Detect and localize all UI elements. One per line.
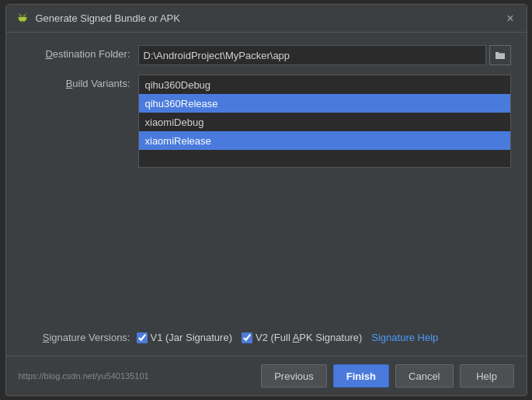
title-bar: Generate Signed Bundle or APK ×: [6, 5, 527, 33]
android-icon: [16, 12, 30, 26]
list-item[interactable]: qihu360Debug: [139, 75, 510, 94]
list-item[interactable]: xiaomiDebug: [139, 113, 510, 131]
destination-label: Destination Folder:: [22, 45, 130, 60]
help-button[interactable]: Help: [460, 364, 514, 388]
url-text: https://blog.csdn.net/yu540135101: [19, 371, 149, 381]
v2-label: V2 (Full APK Signature): [256, 332, 362, 343]
signature-help-link[interactable]: Signature Help: [371, 332, 438, 343]
dialog-footer: https://blog.csdn.net/yu540135101 Previo…: [6, 356, 527, 395]
svg-point-0: [20, 15, 22, 16]
footer-buttons: Previous Finish Cancel Help: [261, 364, 513, 388]
generate-signed-dialog: Generate Signed Bundle or APK × Destinat…: [5, 4, 527, 396]
list-item[interactable]: qihu360Release: [139, 94, 510, 113]
build-variants-list[interactable]: qihu360Debug qihu360Release xiaomiDebug …: [138, 75, 511, 168]
build-variants-section: Build Variants: qihu360Debug qihu360Rele…: [22, 75, 511, 168]
previous-button[interactable]: Previous: [261, 364, 327, 388]
destination-row: Destination Folder:: [22, 45, 511, 65]
v2-checkbox-item[interactable]: V2 (Full APK Signature): [242, 332, 362, 343]
build-variants-label: Build Variants:: [22, 75, 130, 89]
v2-checkbox[interactable]: [242, 332, 252, 343]
svg-rect-4: [20, 20, 21, 22]
signature-label: Signature Versions:: [22, 332, 130, 343]
close-button[interactable]: ×: [503, 11, 516, 26]
destination-input-wrapper: [138, 45, 511, 65]
finish-button[interactable]: Finish: [333, 364, 389, 388]
svg-rect-5: [23, 20, 24, 22]
svg-rect-2: [18, 16, 19, 19]
cancel-button[interactable]: Cancel: [395, 364, 453, 388]
browse-folder-button[interactable]: [489, 45, 511, 65]
list-item[interactable]: xiaomiRelease: [139, 131, 510, 150]
destination-input[interactable]: [138, 45, 486, 65]
v1-label: V1 (Jar Signature): [151, 332, 233, 343]
folder-icon: [495, 50, 506, 60]
signature-versions-row: Signature Versions: V1 (Jar Signature) V…: [22, 332, 511, 343]
dialog-title: Generate Signed Bundle or APK: [36, 12, 180, 24]
content-spacer: [22, 177, 511, 322]
svg-point-1: [23, 15, 25, 16]
dialog-content: Destination Folder: Build Variants: qihu…: [6, 33, 527, 356]
v1-checkbox[interactable]: [137, 332, 148, 343]
signature-options: V1 (Jar Signature) V2 (Full APK Signatur…: [137, 332, 439, 343]
v1-checkbox-item[interactable]: V1 (Jar Signature): [137, 332, 233, 343]
title-bar-left: Generate Signed Bundle or APK: [16, 12, 180, 26]
svg-rect-3: [26, 16, 26, 19]
